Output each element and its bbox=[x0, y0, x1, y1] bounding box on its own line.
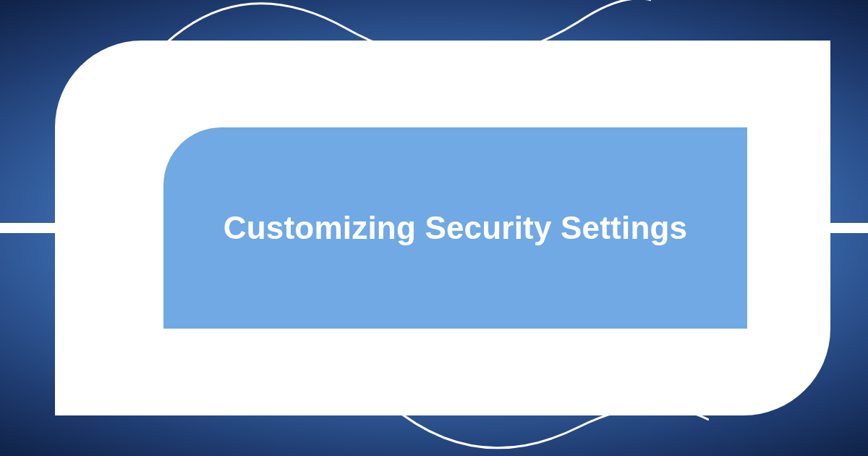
page-title: Customizing Security Settings bbox=[224, 210, 687, 246]
outer-white-panel: Customizing Security Settings bbox=[55, 41, 830, 415]
inner-blue-panel: Customizing Security Settings bbox=[163, 127, 747, 329]
